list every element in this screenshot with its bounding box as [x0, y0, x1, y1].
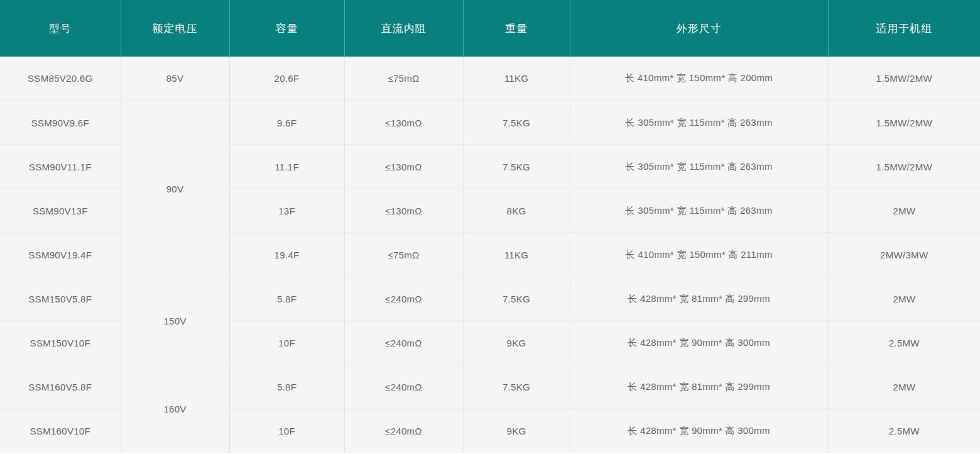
table-body: SSM85V20.6G85V20.6F≤75mΩ11KG长 410mm* 宽 1…: [0, 57, 980, 453]
cell-capacity: 20.6F: [229, 57, 344, 101]
table-header-row: 型号额定电压容量直流内阻重量外形尺寸适用于机组: [0, 0, 980, 57]
cell-resistance: ≤240mΩ: [344, 365, 463, 409]
table-row: SSM150V5.8F150V5.8F≤240mΩ7.5KG长 428mm* 宽…: [0, 277, 980, 321]
cell-dimensions: 长 428mm* 宽 81mm* 高 299mm: [570, 365, 828, 409]
cell-unit: 2MW: [828, 277, 980, 321]
cell-model: SSM90V11.1F: [0, 145, 121, 189]
cell-unit: 2MW/3MW: [828, 233, 980, 277]
cell-voltage: 150V: [121, 277, 229, 365]
cell-weight: 11KG: [463, 233, 570, 277]
cell-dimensions: 长 305mm* 宽 115mm* 高 263mm: [570, 145, 828, 189]
cell-dimensions: 长 428mm* 宽 81mm* 高 299mm: [570, 277, 828, 321]
cell-weight: 9KG: [463, 321, 570, 365]
cell-capacity: 10F: [229, 409, 344, 453]
cell-unit: 1.5MW/2MW: [828, 101, 980, 145]
column-header-capacity: 容量: [229, 0, 344, 57]
cell-resistance: ≤240mΩ: [344, 409, 463, 453]
cell-model: SSM150V5.8F: [0, 277, 121, 321]
cell-dimensions: 长 428mm* 宽 90mm* 高 300mm: [570, 321, 828, 365]
cell-capacity: 5.8F: [229, 365, 344, 409]
cell-resistance: ≤130mΩ: [344, 145, 463, 189]
cell-resistance: ≤240mΩ: [344, 277, 463, 321]
table-row: SSM90V9.6F90V9.6F≤130mΩ7.5KG长 305mm* 宽 1…: [0, 101, 980, 145]
column-header-weight: 重量: [463, 0, 570, 57]
cell-weight: 7.5KG: [463, 277, 570, 321]
cell-resistance: ≤240mΩ: [344, 321, 463, 365]
cell-capacity: 9.6F: [229, 101, 344, 145]
cell-voltage: 85V: [121, 57, 229, 101]
cell-weight: 7.5KG: [463, 365, 570, 409]
cell-weight: 9KG: [463, 409, 570, 453]
cell-weight: 7.5KG: [463, 101, 570, 145]
cell-model: SSM90V9.6F: [0, 101, 121, 145]
cell-unit: 1.5MW/2MW: [828, 145, 980, 189]
cell-model: SSM160V10F: [0, 409, 121, 453]
table-header: 型号额定电压容量直流内阻重量外形尺寸适用于机组: [0, 0, 980, 57]
cell-unit: 2MW: [828, 365, 980, 409]
column-header-resistance: 直流内阻: [344, 0, 463, 57]
column-header-voltage: 额定电压: [121, 0, 229, 57]
cell-capacity: 5.8F: [229, 277, 344, 321]
table-row: SSM160V5.8F160V5.8F≤240mΩ7.5KG长 428mm* 宽…: [0, 365, 980, 409]
cell-capacity: 10F: [229, 321, 344, 365]
cell-resistance: ≤130mΩ: [344, 101, 463, 145]
cell-model: SSM90V13F: [0, 189, 121, 233]
cell-dimensions: 长 428mm* 宽 90mm* 高 300mm: [570, 409, 828, 453]
cell-dimensions: 长 305mm* 宽 115mm* 高 263mm: [570, 101, 828, 145]
cell-capacity: 13F: [229, 189, 344, 233]
cell-unit: 2.5MW: [828, 409, 980, 453]
cell-capacity: 11.1F: [229, 145, 344, 189]
cell-model: SSM85V20.6G: [0, 57, 121, 101]
product-spec-table: 型号额定电压容量直流内阻重量外形尺寸适用于机组 SSM85V20.6G85V20…: [0, 0, 980, 453]
table-row: SSM85V20.6G85V20.6F≤75mΩ11KG长 410mm* 宽 1…: [0, 57, 980, 101]
cell-unit: 2.5MW: [828, 321, 980, 365]
cell-model: SSM150V10F: [0, 321, 121, 365]
cell-resistance: ≤130mΩ: [344, 189, 463, 233]
cell-dimensions: 长 305mm* 宽 115mm* 高 263mm: [570, 189, 828, 233]
cell-model: SSM90V19.4F: [0, 233, 121, 277]
cell-resistance: ≤75mΩ: [344, 233, 463, 277]
column-header-model: 型号: [0, 0, 121, 57]
cell-weight: 11KG: [463, 57, 570, 101]
cell-unit: 2MW: [828, 189, 980, 233]
cell-voltage: 90V: [121, 101, 229, 277]
cell-voltage: 160V: [121, 365, 229, 453]
column-header-unit: 适用于机组: [828, 0, 980, 57]
cell-model: SSM160V5.8F: [0, 365, 121, 409]
column-header-dimensions: 外形尺寸: [570, 0, 828, 57]
cell-unit: 1.5MW/2MW: [828, 57, 980, 101]
cell-capacity: 19.4F: [229, 233, 344, 277]
cell-dimensions: 长 410mm* 宽 150mm* 高 200mm: [570, 57, 828, 101]
cell-weight: 8KG: [463, 189, 570, 233]
cell-resistance: ≤75mΩ: [344, 57, 463, 101]
cell-dimensions: 长 410mm* 宽 150mm* 高 211mm: [570, 233, 828, 277]
cell-weight: 7.5KG: [463, 145, 570, 189]
